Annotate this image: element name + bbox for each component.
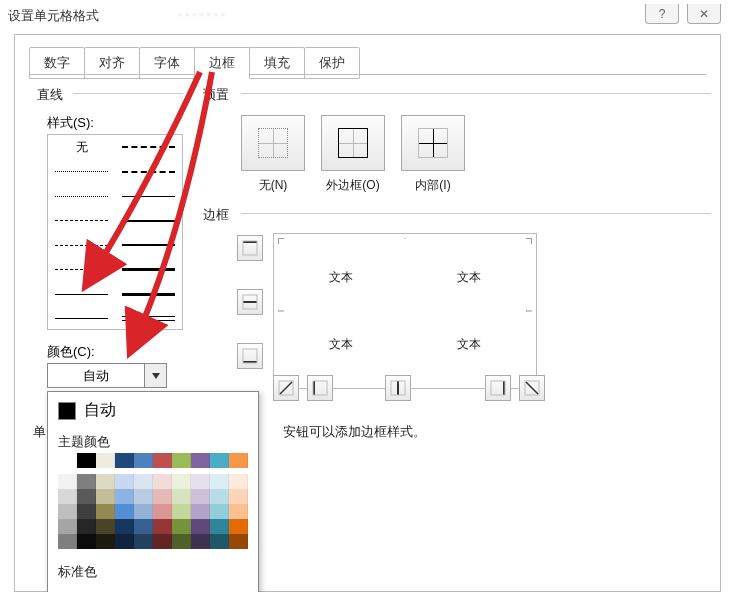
line-style-option[interactable] <box>48 307 115 332</box>
color-swatch[interactable] <box>77 453 96 468</box>
preset-outer-label: 外边框(O) <box>326 177 379 194</box>
annotation-arrow-icon <box>142 66 302 366</box>
color-swatch[interactable] <box>96 474 115 489</box>
color-dropdown-panel: 自动 主题颜色 标准色 <box>47 391 259 592</box>
standard-colors-label: 标准色 <box>48 559 258 583</box>
color-swatch[interactable] <box>115 519 134 534</box>
line-style-option[interactable] <box>48 209 115 234</box>
line-style-none[interactable]: 无 <box>48 135 115 160</box>
color-swatch[interactable] <box>153 489 172 504</box>
preview-text: 文本 <box>329 336 353 353</box>
line-style-option[interactable] <box>48 282 115 307</box>
color-swatch[interactable] <box>134 453 153 468</box>
swatch-icon <box>58 402 76 420</box>
preset-outer-button[interactable] <box>321 115 385 171</box>
color-swatch[interactable] <box>58 534 77 549</box>
border-middle-v-button[interactable] <box>385 375 411 401</box>
group-border-rule <box>241 213 711 214</box>
svg-rect-13 <box>491 381 505 395</box>
color-swatch[interactable] <box>229 534 248 549</box>
color-swatch[interactable] <box>134 519 153 534</box>
help-button[interactable]: ? <box>645 4 679 24</box>
color-swatch[interactable] <box>96 534 115 549</box>
color-swatch[interactable] <box>172 489 191 504</box>
color-swatch[interactable] <box>229 519 248 534</box>
color-swatch[interactable] <box>172 453 191 468</box>
color-swatch[interactable] <box>115 489 134 504</box>
color-swatch[interactable] <box>58 474 77 489</box>
color-swatch[interactable] <box>210 504 229 519</box>
preview-text: 文本 <box>329 269 353 286</box>
dialog-title: 设置单元格格式 <box>8 7 99 25</box>
group-presets-rule <box>241 93 711 94</box>
color-swatch[interactable] <box>77 534 96 549</box>
line-color-value: 自动 <box>48 367 144 385</box>
preset-inner-label: 内部(I) <box>415 177 450 194</box>
line-style-option[interactable] <box>48 160 115 185</box>
color-swatch[interactable] <box>229 453 248 468</box>
color-swatch[interactable] <box>115 534 134 549</box>
border-diag-up-button[interactable] <box>273 375 299 401</box>
hint-text-left: 单 <box>33 423 46 441</box>
color-swatch[interactable] <box>229 474 248 489</box>
color-swatch[interactable] <box>77 504 96 519</box>
color-swatch[interactable] <box>134 534 153 549</box>
color-swatch[interactable] <box>153 519 172 534</box>
style-label: 样式(S): <box>47 114 94 132</box>
color-swatch[interactable] <box>115 504 134 519</box>
color-swatch[interactable] <box>229 504 248 519</box>
line-style-option[interactable] <box>48 184 115 209</box>
color-label: 颜色(C): <box>47 343 95 361</box>
color-swatch[interactable] <box>134 504 153 519</box>
color-swatch[interactable] <box>172 519 191 534</box>
color-swatch[interactable] <box>153 534 172 549</box>
color-swatch[interactable] <box>153 474 172 489</box>
color-swatch[interactable] <box>77 489 96 504</box>
svg-line-15 <box>526 382 538 394</box>
color-auto-option[interactable]: 自动 <box>48 392 258 429</box>
color-swatch[interactable] <box>153 453 172 468</box>
color-swatch[interactable] <box>96 519 115 534</box>
preview-text: 文本 <box>457 336 481 353</box>
color-swatch[interactable] <box>210 519 229 534</box>
color-swatch[interactable] <box>134 474 153 489</box>
color-swatch[interactable] <box>172 504 191 519</box>
color-swatch[interactable] <box>210 489 229 504</box>
color-swatch[interactable] <box>115 474 134 489</box>
color-swatch[interactable] <box>153 504 172 519</box>
preset-inner-button[interactable] <box>401 115 465 171</box>
close-button[interactable]: ✕ <box>687 4 721 24</box>
color-swatch[interactable] <box>58 519 77 534</box>
border-diag-down-button[interactable] <box>519 375 545 401</box>
color-swatch[interactable] <box>191 489 210 504</box>
color-auto-label: 自动 <box>84 400 116 421</box>
color-swatch[interactable] <box>96 453 115 468</box>
color-swatch[interactable] <box>115 453 134 468</box>
color-swatch[interactable] <box>58 489 77 504</box>
color-swatch[interactable] <box>96 504 115 519</box>
color-swatch[interactable] <box>96 489 115 504</box>
color-swatch[interactable] <box>210 534 229 549</box>
color-swatch[interactable] <box>172 474 191 489</box>
color-swatch[interactable] <box>191 519 210 534</box>
color-swatch[interactable] <box>77 519 96 534</box>
preview-text: 文本 <box>457 269 481 286</box>
color-swatch[interactable] <box>191 534 210 549</box>
svg-rect-10 <box>397 381 399 395</box>
color-swatch[interactable] <box>191 474 210 489</box>
color-swatch[interactable] <box>210 453 229 468</box>
color-swatch[interactable] <box>229 489 248 504</box>
color-swatch[interactable] <box>77 474 96 489</box>
border-right-button[interactable] <box>485 375 511 401</box>
color-swatch[interactable] <box>191 453 210 468</box>
color-swatch[interactable] <box>172 534 191 549</box>
color-swatch[interactable] <box>58 453 77 468</box>
color-swatch[interactable] <box>210 474 229 489</box>
color-swatch[interactable] <box>191 504 210 519</box>
line-style-option[interactable] <box>48 258 115 283</box>
color-swatch[interactable] <box>134 489 153 504</box>
border-left-button[interactable] <box>307 375 333 401</box>
color-swatch[interactable] <box>58 504 77 519</box>
border-preview[interactable]: 文本 文本 文本 文本 <box>273 233 537 389</box>
svg-rect-9 <box>313 381 327 395</box>
